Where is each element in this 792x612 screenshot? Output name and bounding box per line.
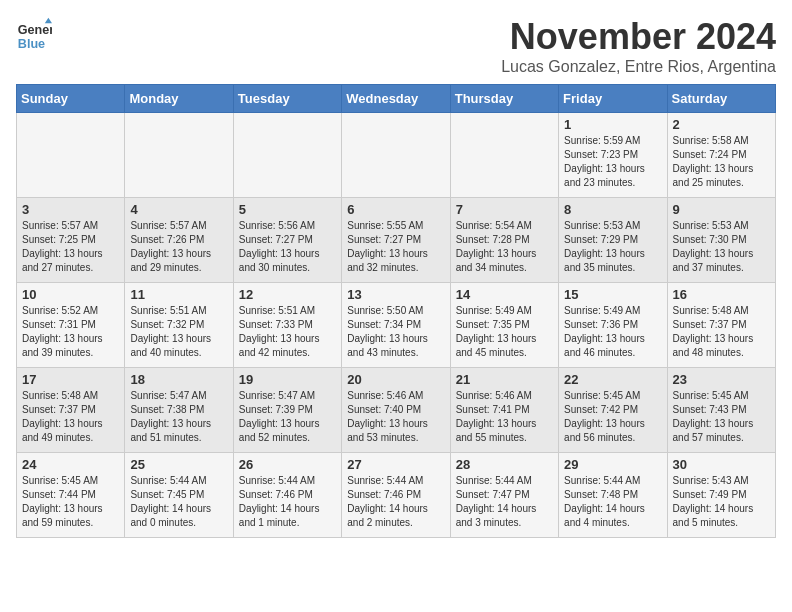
day-info: Sunrise: 5:57 AM Sunset: 7:26 PM Dayligh… [130, 219, 227, 275]
header: General Blue November 2024 Lucas Gonzale… [16, 16, 776, 76]
day-number: 29 [564, 457, 661, 472]
calendar-cell: 15Sunrise: 5:49 AM Sunset: 7:36 PM Dayli… [559, 283, 667, 368]
day-info: Sunrise: 5:45 AM Sunset: 7:43 PM Dayligh… [673, 389, 770, 445]
calendar-cell: 14Sunrise: 5:49 AM Sunset: 7:35 PM Dayli… [450, 283, 558, 368]
day-info: Sunrise: 5:54 AM Sunset: 7:28 PM Dayligh… [456, 219, 553, 275]
calendar-cell: 23Sunrise: 5:45 AM Sunset: 7:43 PM Dayli… [667, 368, 775, 453]
calendar-cell: 20Sunrise: 5:46 AM Sunset: 7:40 PM Dayli… [342, 368, 450, 453]
title-area: November 2024 Lucas Gonzalez, Entre Rios… [501, 16, 776, 76]
calendar-cell: 26Sunrise: 5:44 AM Sunset: 7:46 PM Dayli… [233, 453, 341, 538]
calendar-cell: 22Sunrise: 5:45 AM Sunset: 7:42 PM Dayli… [559, 368, 667, 453]
svg-text:General: General [18, 23, 52, 37]
day-header-tuesday: Tuesday [233, 85, 341, 113]
day-number: 21 [456, 372, 553, 387]
day-number: 20 [347, 372, 444, 387]
calendar-cell: 24Sunrise: 5:45 AM Sunset: 7:44 PM Dayli… [17, 453, 125, 538]
calendar-cell: 17Sunrise: 5:48 AM Sunset: 7:37 PM Dayli… [17, 368, 125, 453]
calendar-cell [233, 113, 341, 198]
day-number: 27 [347, 457, 444, 472]
day-info: Sunrise: 5:46 AM Sunset: 7:41 PM Dayligh… [456, 389, 553, 445]
calendar-cell: 25Sunrise: 5:44 AM Sunset: 7:45 PM Dayli… [125, 453, 233, 538]
day-info: Sunrise: 5:53 AM Sunset: 7:30 PM Dayligh… [673, 219, 770, 275]
calendar-cell: 11Sunrise: 5:51 AM Sunset: 7:32 PM Dayli… [125, 283, 233, 368]
day-info: Sunrise: 5:44 AM Sunset: 7:46 PM Dayligh… [239, 474, 336, 530]
day-number: 14 [456, 287, 553, 302]
day-info: Sunrise: 5:46 AM Sunset: 7:40 PM Dayligh… [347, 389, 444, 445]
calendar-table: SundayMondayTuesdayWednesdayThursdayFrid… [16, 84, 776, 538]
day-number: 10 [22, 287, 119, 302]
day-number: 28 [456, 457, 553, 472]
calendar-cell [342, 113, 450, 198]
calendar-cell: 27Sunrise: 5:44 AM Sunset: 7:46 PM Dayli… [342, 453, 450, 538]
calendar-week-row: 1Sunrise: 5:59 AM Sunset: 7:23 PM Daylig… [17, 113, 776, 198]
day-header-sunday: Sunday [17, 85, 125, 113]
calendar-header-row: SundayMondayTuesdayWednesdayThursdayFrid… [17, 85, 776, 113]
day-number: 18 [130, 372, 227, 387]
calendar-cell: 19Sunrise: 5:47 AM Sunset: 7:39 PM Dayli… [233, 368, 341, 453]
day-info: Sunrise: 5:47 AM Sunset: 7:38 PM Dayligh… [130, 389, 227, 445]
day-number: 17 [22, 372, 119, 387]
day-number: 24 [22, 457, 119, 472]
day-info: Sunrise: 5:44 AM Sunset: 7:48 PM Dayligh… [564, 474, 661, 530]
day-number: 12 [239, 287, 336, 302]
calendar-cell: 16Sunrise: 5:48 AM Sunset: 7:37 PM Dayli… [667, 283, 775, 368]
day-number: 7 [456, 202, 553, 217]
day-number: 9 [673, 202, 770, 217]
location-subtitle: Lucas Gonzalez, Entre Rios, Argentina [501, 58, 776, 76]
calendar-cell: 21Sunrise: 5:46 AM Sunset: 7:41 PM Dayli… [450, 368, 558, 453]
calendar-cell: 5Sunrise: 5:56 AM Sunset: 7:27 PM Daylig… [233, 198, 341, 283]
day-number: 16 [673, 287, 770, 302]
svg-text:Blue: Blue [18, 37, 45, 51]
calendar-cell: 28Sunrise: 5:44 AM Sunset: 7:47 PM Dayli… [450, 453, 558, 538]
day-number: 22 [564, 372, 661, 387]
day-number: 26 [239, 457, 336, 472]
logo: General Blue [16, 16, 52, 52]
calendar-cell: 8Sunrise: 5:53 AM Sunset: 7:29 PM Daylig… [559, 198, 667, 283]
day-info: Sunrise: 5:49 AM Sunset: 7:35 PM Dayligh… [456, 304, 553, 360]
day-number: 15 [564, 287, 661, 302]
day-info: Sunrise: 5:45 AM Sunset: 7:44 PM Dayligh… [22, 474, 119, 530]
day-header-saturday: Saturday [667, 85, 775, 113]
day-number: 19 [239, 372, 336, 387]
day-number: 1 [564, 117, 661, 132]
day-header-friday: Friday [559, 85, 667, 113]
calendar-cell: 13Sunrise: 5:50 AM Sunset: 7:34 PM Dayli… [342, 283, 450, 368]
day-info: Sunrise: 5:53 AM Sunset: 7:29 PM Dayligh… [564, 219, 661, 275]
calendar-cell: 30Sunrise: 5:43 AM Sunset: 7:49 PM Dayli… [667, 453, 775, 538]
calendar-cell [125, 113, 233, 198]
day-number: 5 [239, 202, 336, 217]
svg-marker-2 [45, 18, 52, 23]
calendar-cell: 6Sunrise: 5:55 AM Sunset: 7:27 PM Daylig… [342, 198, 450, 283]
calendar-week-row: 10Sunrise: 5:52 AM Sunset: 7:31 PM Dayli… [17, 283, 776, 368]
calendar-cell [450, 113, 558, 198]
day-info: Sunrise: 5:44 AM Sunset: 7:47 PM Dayligh… [456, 474, 553, 530]
day-info: Sunrise: 5:49 AM Sunset: 7:36 PM Dayligh… [564, 304, 661, 360]
day-header-monday: Monday [125, 85, 233, 113]
day-info: Sunrise: 5:44 AM Sunset: 7:45 PM Dayligh… [130, 474, 227, 530]
calendar-cell: 4Sunrise: 5:57 AM Sunset: 7:26 PM Daylig… [125, 198, 233, 283]
day-header-thursday: Thursday [450, 85, 558, 113]
day-info: Sunrise: 5:48 AM Sunset: 7:37 PM Dayligh… [22, 389, 119, 445]
calendar-cell: 7Sunrise: 5:54 AM Sunset: 7:28 PM Daylig… [450, 198, 558, 283]
calendar-week-row: 17Sunrise: 5:48 AM Sunset: 7:37 PM Dayli… [17, 368, 776, 453]
day-number: 11 [130, 287, 227, 302]
calendar-cell: 3Sunrise: 5:57 AM Sunset: 7:25 PM Daylig… [17, 198, 125, 283]
day-header-wednesday: Wednesday [342, 85, 450, 113]
calendar-cell: 9Sunrise: 5:53 AM Sunset: 7:30 PM Daylig… [667, 198, 775, 283]
day-info: Sunrise: 5:58 AM Sunset: 7:24 PM Dayligh… [673, 134, 770, 190]
day-info: Sunrise: 5:48 AM Sunset: 7:37 PM Dayligh… [673, 304, 770, 360]
day-info: Sunrise: 5:55 AM Sunset: 7:27 PM Dayligh… [347, 219, 444, 275]
calendar-cell: 18Sunrise: 5:47 AM Sunset: 7:38 PM Dayli… [125, 368, 233, 453]
day-number: 2 [673, 117, 770, 132]
calendar-cell: 1Sunrise: 5:59 AM Sunset: 7:23 PM Daylig… [559, 113, 667, 198]
day-info: Sunrise: 5:50 AM Sunset: 7:34 PM Dayligh… [347, 304, 444, 360]
day-number: 6 [347, 202, 444, 217]
day-number: 13 [347, 287, 444, 302]
calendar-cell [17, 113, 125, 198]
day-info: Sunrise: 5:45 AM Sunset: 7:42 PM Dayligh… [564, 389, 661, 445]
day-info: Sunrise: 5:47 AM Sunset: 7:39 PM Dayligh… [239, 389, 336, 445]
calendar-week-row: 24Sunrise: 5:45 AM Sunset: 7:44 PM Dayli… [17, 453, 776, 538]
day-number: 3 [22, 202, 119, 217]
month-year-title: November 2024 [501, 16, 776, 58]
calendar-cell: 10Sunrise: 5:52 AM Sunset: 7:31 PM Dayli… [17, 283, 125, 368]
